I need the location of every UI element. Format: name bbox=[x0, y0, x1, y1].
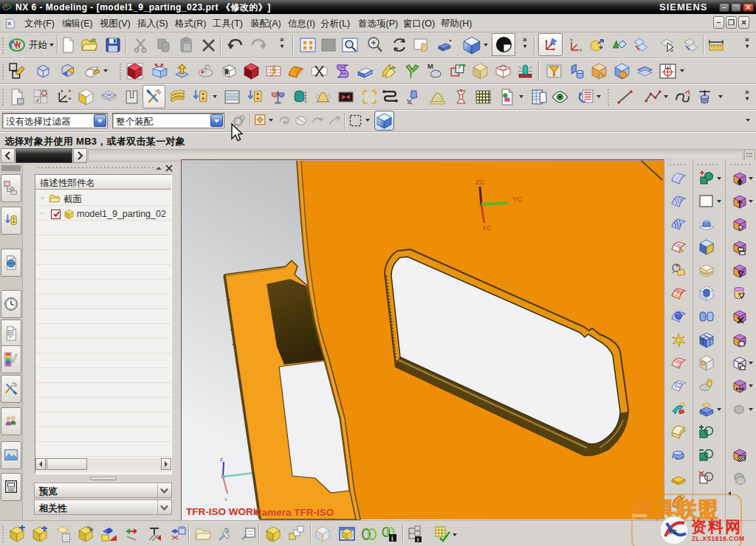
svg-text:z: z bbox=[61, 88, 63, 93]
svg-text:i: i bbox=[391, 535, 394, 542]
svg-text:x: x bbox=[224, 496, 227, 502]
svg-text:z: z bbox=[220, 456, 223, 463]
svg-text:i: i bbox=[417, 536, 419, 543]
svg-text:ZC: ZC bbox=[475, 178, 485, 186]
svg-text:M: M bbox=[427, 63, 433, 70]
svg-text:x: x bbox=[69, 95, 72, 100]
svg-text:XC: XC bbox=[482, 224, 492, 232]
svg-text:TFR-ISO WORK: TFR-ISO WORK bbox=[186, 506, 261, 517]
svg-text:YC: YC bbox=[512, 195, 522, 203]
svg-text:XS: XS bbox=[668, 528, 677, 536]
svg-text:Camera TFR-ISO: Camera TFR-ISO bbox=[255, 507, 334, 518]
